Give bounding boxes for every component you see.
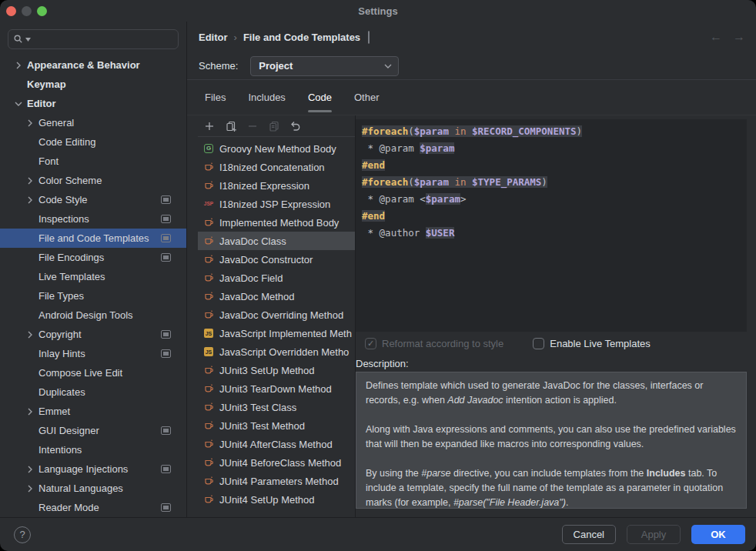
sidebar-item-inlay-hints[interactable]: Inlay Hints bbox=[0, 344, 186, 363]
template-item-i18nized-jsp-expression[interactable]: JSPI18nized JSP Expression bbox=[198, 195, 355, 213]
cancel-button[interactable]: Cancel bbox=[562, 525, 616, 544]
remove-template-button[interactable] bbox=[244, 119, 261, 134]
template-item-junit4-beforeclass-method[interactable]: JUnit4 BeforeClass Method bbox=[198, 453, 355, 472]
sidebar-item-intentions[interactable]: Intentions bbox=[0, 440, 186, 459]
apply-button[interactable]: Apply bbox=[627, 525, 681, 544]
enable-live-templates-checkbox[interactable]: Enable Live Templates bbox=[533, 338, 651, 349]
java-icon bbox=[203, 309, 214, 320]
template-item-junit3-test-method[interactable]: JUnit3 Test Method bbox=[198, 416, 355, 435]
chevron-collapsed-icon[interactable] bbox=[25, 119, 35, 128]
template-item-label: JUnit3 SetUp Method bbox=[219, 365, 315, 376]
copy-template-button[interactable] bbox=[222, 119, 239, 134]
search-icon bbox=[13, 34, 24, 45]
template-item-junit3-teardown-method[interactable]: JUnit3 TearDown Method bbox=[198, 379, 355, 398]
template-item-javadoc-overriding-method[interactable]: JavaDoc Overriding Method bbox=[198, 306, 355, 324]
template-item-javadoc-constructor[interactable]: JavaDoc Constructor bbox=[198, 250, 355, 269]
template-item-javascript-implemented-meth[interactable]: JSJavaScript Implemented Meth bbox=[198, 324, 355, 342]
chevron-collapsed-icon[interactable] bbox=[25, 407, 35, 416]
tab-files[interactable]: Files bbox=[205, 80, 226, 115]
sidebar-item-duplicates[interactable]: Duplicates bbox=[0, 382, 186, 402]
checkbox-checked-icon: ✓ bbox=[365, 338, 376, 349]
template-item-junit4-setup-method[interactable]: JUnit4 SetUp Method bbox=[198, 490, 355, 509]
reformat-checkbox[interactable]: ✓ Reformat according to style bbox=[365, 338, 503, 349]
sidebar-item-editor[interactable]: Editor bbox=[0, 94, 186, 113]
sidebar-item-android-design-tools[interactable]: Android Design Tools bbox=[0, 306, 186, 325]
help-button[interactable]: ? bbox=[14, 526, 31, 543]
chevron-collapsed-icon[interactable] bbox=[25, 176, 35, 185]
tab-other[interactable]: Other bbox=[354, 80, 380, 115]
code-line: * @author $USER bbox=[362, 225, 741, 242]
sidebar-item-code-style[interactable]: Code Style bbox=[0, 190, 186, 209]
sidebar-item-natural-languages[interactable]: Natural Languages bbox=[0, 479, 186, 498]
sidebar-item-reader-mode[interactable]: Reader Mode bbox=[0, 498, 186, 517]
template-item-javadoc-class[interactable]: JavaDoc Class bbox=[198, 232, 355, 250]
code-line: * @param $param bbox=[362, 140, 741, 157]
sidebar-item-file-encodings[interactable]: File Encodings bbox=[0, 248, 186, 267]
java-icon bbox=[203, 402, 214, 412]
reset-template-button[interactable] bbox=[287, 119, 304, 134]
template-item-junit3-setup-method[interactable]: JUnit3 SetUp Method bbox=[198, 361, 355, 379]
template-item-junit4-parameters-method[interactable]: JUnit4 Parameters Method bbox=[198, 472, 355, 490]
tab-includes[interactable]: Includes bbox=[248, 80, 285, 115]
sidebar-item-code-editing[interactable]: Code Editing bbox=[0, 132, 186, 152]
sidebar-item-inspections[interactable]: Inspections bbox=[0, 209, 186, 229]
sidebar-item-color-scheme[interactable]: Color Scheme bbox=[0, 171, 186, 190]
project-level-icon bbox=[161, 465, 171, 473]
template-code-editor[interactable]: #foreach($param in $RECORD_COMPONENTS) *… bbox=[356, 119, 747, 332]
scheme-select[interactable]: Project bbox=[250, 56, 399, 76]
duplicate-template-button[interactable] bbox=[266, 119, 283, 134]
settings-search-box[interactable] bbox=[8, 29, 179, 49]
sidebar-item-language-injections[interactable]: Language Injections bbox=[0, 459, 186, 479]
chevron-expanded-icon[interactable] bbox=[14, 99, 23, 109]
java-icon bbox=[203, 420, 214, 431]
template-item-javascript-overridden-metho[interactable]: JSJavaScript Overridden Metho bbox=[198, 342, 355, 361]
template-item-i18nized-concatenation[interactable]: I18nized Concatenation bbox=[198, 158, 355, 176]
sidebar-item-compose-live-edit[interactable]: Compose Live Edit bbox=[0, 363, 186, 382]
code-token: ) bbox=[541, 176, 547, 188]
tab-code[interactable]: Code bbox=[308, 80, 332, 115]
code-token: ( bbox=[408, 125, 414, 137]
scheme-select-value: Project bbox=[259, 60, 293, 72]
forward-arrow-icon[interactable]: → bbox=[733, 30, 745, 44]
sidebar-item-live-templates[interactable]: Live Templates bbox=[0, 267, 186, 286]
java-icon bbox=[203, 162, 214, 172]
template-item-junit3-test-class[interactable]: JUnit3 Test Class bbox=[198, 398, 355, 416]
add-template-button[interactable] bbox=[201, 119, 218, 134]
code-token: $param bbox=[414, 176, 449, 188]
ok-button[interactable]: OK bbox=[691, 525, 745, 544]
titlebar: Settings bbox=[0, 0, 756, 22]
code-token: #foreach bbox=[362, 125, 408, 137]
template-item-javadoc-field[interactable]: JavaDoc Field bbox=[198, 269, 355, 287]
sidebar-item-copyright[interactable]: Copyright bbox=[0, 325, 186, 344]
chevron-collapsed-icon[interactable] bbox=[14, 61, 23, 70]
template-item-junit4-afterclass-method[interactable]: JUnit4 AfterClass Method bbox=[198, 435, 355, 453]
chevron-spacer bbox=[25, 253, 35, 262]
chevron-collapsed-icon[interactable] bbox=[25, 195, 35, 205]
chevron-collapsed-icon[interactable] bbox=[25, 465, 35, 474]
java-icon bbox=[203, 476, 214, 486]
template-item-groovy-new-method-body[interactable]: GGroovy New Method Body bbox=[198, 139, 355, 158]
sidebar-item-general[interactable]: General bbox=[0, 113, 186, 132]
sidebar-item-gui-designer[interactable]: GUI Designer bbox=[0, 421, 186, 440]
sidebar-item-label: Duplicates bbox=[38, 386, 85, 398]
reset-arrow-icon bbox=[289, 120, 302, 132]
breadcrumb-editor[interactable]: Editor bbox=[199, 32, 228, 43]
sidebar-item-font[interactable]: Font bbox=[0, 152, 186, 171]
back-arrow-icon[interactable]: ← bbox=[710, 30, 722, 44]
sidebar-item-file-and-code-templates[interactable]: File and Code Templates bbox=[0, 229, 186, 248]
sidebar-item-appearance-behavior[interactable]: Appearance & Behavior bbox=[0, 55, 186, 75]
sidebar-item-emmet[interactable]: Emmet bbox=[0, 402, 186, 421]
sidebar-item-keymap[interactable]: Keymap bbox=[0, 75, 186, 94]
template-item-i18nized-expression[interactable]: I18nized Expression bbox=[198, 176, 355, 195]
chevron-collapsed-icon[interactable] bbox=[25, 330, 35, 339]
project-level-icon bbox=[161, 215, 171, 223]
template-item-javadoc-method[interactable]: JavaDoc Method bbox=[198, 287, 355, 306]
sidebar-item-file-types[interactable]: File Types bbox=[0, 286, 186, 306]
template-item-label: JavaDoc Constructor bbox=[219, 254, 313, 265]
search-options-chevron-icon[interactable] bbox=[25, 38, 31, 42]
description-paragraph: Along with Java expressions and comments… bbox=[366, 422, 737, 452]
search-input[interactable] bbox=[32, 33, 173, 46]
chevron-collapsed-icon[interactable] bbox=[25, 484, 35, 493]
template-list-toolbar bbox=[198, 115, 355, 137]
template-item-implemented-method-body[interactable]: Implemented Method Body bbox=[198, 213, 355, 232]
